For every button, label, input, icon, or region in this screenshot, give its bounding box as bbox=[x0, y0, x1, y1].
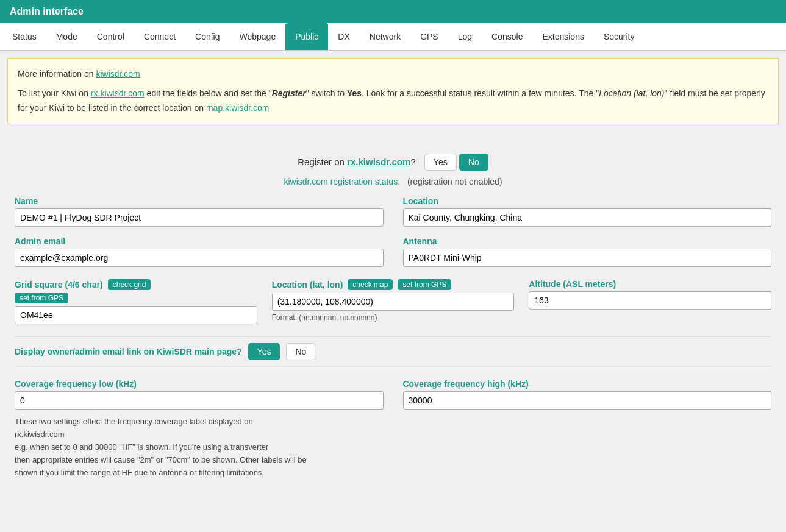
register-yes-button[interactable]: Yes bbox=[424, 154, 457, 171]
status-label: kiwisdr.com registration status: bbox=[284, 177, 400, 186]
nav-bar: Status Mode Control Connect Config Webpa… bbox=[0, 23, 786, 51]
location-label: Location bbox=[403, 196, 772, 206]
altitude-label: Altitude (ASL meters) bbox=[529, 279, 616, 289]
nav-status[interactable]: Status bbox=[2, 23, 46, 50]
antenna-input[interactable] bbox=[403, 249, 772, 267]
grid-square-label-row: Grid square (4/6 char) check grid bbox=[15, 279, 257, 290]
nav-config[interactable]: Config bbox=[185, 23, 229, 50]
location-word: Location (lat, lon) bbox=[599, 88, 664, 98]
name-field-group: Name bbox=[15, 196, 384, 227]
nav-console[interactable]: Console bbox=[482, 23, 532, 50]
name-label: Name bbox=[15, 196, 384, 206]
nav-public[interactable]: Public bbox=[285, 23, 328, 50]
nav-connect[interactable]: Connect bbox=[134, 23, 185, 50]
location-latlon-input[interactable] bbox=[272, 293, 515, 311]
grid-set-from-gps-button[interactable]: set from GPS bbox=[15, 293, 68, 303]
top-bar: Admin interface bbox=[0, 0, 786, 23]
coverage-high-label: Coverage frequency high (kHz) bbox=[403, 379, 772, 389]
nav-gps[interactable]: GPS bbox=[410, 23, 448, 50]
register-row: Register on rx.kiwisdr.com? Yes No bbox=[15, 154, 771, 171]
nav-extensions[interactable]: Extensions bbox=[532, 23, 593, 50]
display-email-question: Display owner/admin email link on KiwiSD… bbox=[15, 347, 242, 356]
info-line2-prefix: To list your Kiwi on bbox=[18, 88, 91, 98]
coverage-low-input[interactable] bbox=[15, 391, 384, 410]
info-box: More information on kiwisdr.com To list … bbox=[7, 58, 779, 124]
status-value: (registration not enabled) bbox=[407, 177, 502, 186]
register-no-button[interactable]: No bbox=[459, 154, 488, 171]
coverage-high-group: Coverage frequency high (kHz) bbox=[403, 379, 772, 410]
status-row: kiwisdr.com registration status: (regist… bbox=[15, 177, 771, 186]
grid-location-alt-row: Grid square (4/6 char) check grid set fr… bbox=[15, 279, 771, 324]
name-location-grid: Name Location Admin email Antenna bbox=[15, 196, 771, 267]
altitude-label-row: Altitude (ASL meters) bbox=[529, 279, 771, 289]
location-latlon-label: Location (lat, lon) bbox=[272, 280, 343, 289]
admin-email-input[interactable] bbox=[15, 249, 384, 267]
antenna-field-group: Antenna bbox=[403, 236, 772, 267]
map-kiwisdr-link[interactable]: map.kiwisdr.com bbox=[206, 103, 269, 113]
info-line1-prefix: More information on bbox=[18, 69, 96, 79]
register-word: Register bbox=[272, 88, 306, 98]
rx-kiwisdr-link[interactable]: rx.kiwisdr.com bbox=[91, 88, 145, 98]
coverage-high-input[interactable] bbox=[403, 391, 772, 410]
grid-square-input[interactable] bbox=[15, 306, 257, 324]
display-email-yes-button[interactable]: Yes bbox=[248, 343, 280, 360]
display-email-no-button[interactable]: No bbox=[286, 343, 315, 360]
altitude-input[interactable] bbox=[529, 291, 771, 310]
rx-kiwisdr-register-link[interactable]: rx.kiwisdr.com bbox=[347, 157, 410, 167]
main-content: Register on rx.kiwisdr.com? Yes No kiwis… bbox=[0, 132, 786, 489]
grid-square-label: Grid square (4/6 char) bbox=[15, 280, 103, 289]
display-email-row: Display owner/admin email link on KiwiSD… bbox=[15, 336, 771, 367]
location-latlon-label-row: Location (lat, lon) check map set from G… bbox=[272, 279, 515, 290]
location-field-group: Location bbox=[403, 196, 772, 227]
admin-email-field-group: Admin email bbox=[15, 236, 384, 267]
nav-dx[interactable]: DX bbox=[328, 23, 359, 50]
altitude-group: Altitude (ASL meters) bbox=[529, 279, 771, 310]
admin-email-label: Admin email bbox=[15, 236, 384, 246]
register-prefix: Register on bbox=[298, 157, 347, 167]
nav-mode[interactable]: Mode bbox=[46, 23, 87, 50]
coverage-hint-line1: These two settings effect the frequency … bbox=[15, 416, 771, 479]
location-latlon-group: Location (lat, lon) check map set from G… bbox=[272, 279, 515, 322]
yes-word: Yes bbox=[347, 88, 362, 98]
grid-square-group: Grid square (4/6 char) check grid set fr… bbox=[15, 279, 257, 324]
name-input[interactable] bbox=[15, 208, 384, 227]
coverage-hint: These two settings effect the frequency … bbox=[15, 416, 771, 479]
nav-control[interactable]: Control bbox=[87, 23, 134, 50]
latlon-format-hint: Format: (nn.nnnnnn, nn.nnnnnn) bbox=[272, 313, 515, 322]
latlon-set-from-gps-button[interactable]: set from GPS bbox=[398, 279, 451, 290]
nav-network[interactable]: Network bbox=[360, 23, 410, 50]
nav-log[interactable]: Log bbox=[448, 23, 482, 50]
coverage-low-group: Coverage frequency low (kHz) bbox=[15, 379, 384, 410]
nav-security[interactable]: Security bbox=[594, 23, 645, 50]
nav-webpage[interactable]: Webpage bbox=[230, 23, 286, 50]
admin-interface-title: Admin interface bbox=[10, 6, 84, 16]
coverage-grid: Coverage frequency low (kHz) Coverage fr… bbox=[15, 379, 771, 410]
location-input[interactable] bbox=[403, 208, 772, 227]
coverage-low-label: Coverage frequency low (kHz) bbox=[15, 379, 384, 389]
check-grid-button[interactable]: check grid bbox=[108, 279, 151, 290]
kiwisdr-link[interactable]: kiwisdr.com bbox=[96, 69, 140, 79]
display-email-inner: Display owner/admin email link on KiwiSD… bbox=[15, 343, 771, 360]
check-map-button[interactable]: check map bbox=[348, 279, 393, 290]
antenna-label: Antenna bbox=[403, 236, 772, 246]
register-yes-no: Yes No bbox=[424, 157, 488, 167]
register-suffix: ? bbox=[410, 157, 415, 167]
